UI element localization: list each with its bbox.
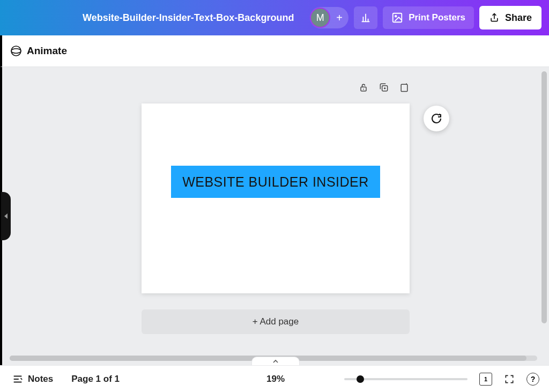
notes-button[interactable]: Notes <box>12 373 53 385</box>
grid-view-button[interactable]: 1 <box>479 373 492 386</box>
design-canvas[interactable]: WEBSITE BUILDER INSIDER <box>142 103 410 293</box>
lock-icon[interactable] <box>358 82 369 93</box>
upload-icon <box>489 12 500 23</box>
notes-icon <box>12 373 24 385</box>
share-button[interactable]: Share <box>479 6 541 29</box>
help-button[interactable]: ? <box>526 373 539 386</box>
document-title[interactable]: Website-Builder-Insider-Text-Box-Backgro… <box>83 12 294 24</box>
user-avatar[interactable]: M <box>310 8 330 28</box>
comment-fab[interactable] <box>424 106 449 131</box>
svg-point-2 <box>11 46 21 56</box>
canvas-toolbar <box>142 82 410 93</box>
workspace: WEBSITE BUILDER INSIDER + Add page <box>0 66 549 365</box>
duplicate-icon[interactable] <box>379 82 389 93</box>
svg-point-3 <box>11 49 21 53</box>
fullscreen-icon[interactable] <box>504 374 515 384</box>
image-icon <box>391 12 403 24</box>
collaborators-group: M + <box>310 7 348 28</box>
app-header: Website-Builder-Insider-Text-Box-Backgro… <box>0 0 549 35</box>
zoom-slider[interactable] <box>344 378 468 380</box>
zoom-level[interactable]: 19% <box>266 374 285 384</box>
svg-rect-0 <box>393 13 402 23</box>
add-collaborator-button[interactable]: + <box>333 12 345 24</box>
analytics-button[interactable] <box>354 6 377 29</box>
animate-icon <box>10 45 23 57</box>
refresh-plus-icon <box>430 112 443 125</box>
new-page-icon[interactable] <box>399 82 410 93</box>
chevron-up-icon <box>272 359 279 364</box>
add-page-button[interactable]: + Add page <box>142 309 410 334</box>
bottom-bar: Notes Page 1 of 1 19% 1 ? <box>0 365 549 392</box>
text-box[interactable]: WEBSITE BUILDER INSIDER <box>171 166 380 198</box>
svg-point-1 <box>395 16 397 17</box>
page-indicator[interactable]: Page 1 of 1 <box>71 374 120 384</box>
animate-button[interactable]: Animate <box>10 45 67 57</box>
svg-rect-6 <box>401 84 407 91</box>
print-posters-button[interactable]: Print Posters <box>383 6 474 29</box>
bar-chart-icon <box>360 12 372 24</box>
expand-sidebar-handle[interactable] <box>1 192 11 240</box>
context-toolbar: Animate <box>0 35 549 66</box>
vertical-scrollbar[interactable] <box>541 71 547 351</box>
